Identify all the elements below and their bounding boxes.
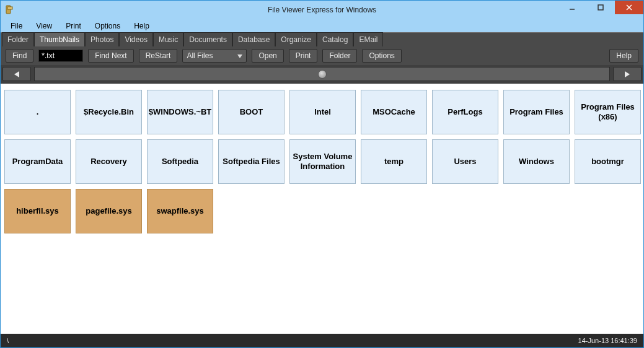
tab-email[interactable]: EMail	[353, 32, 383, 47]
folder-tile[interactable]: BOOT	[218, 90, 285, 134]
chevron-down-icon	[237, 51, 242, 60]
minimize-button[interactable]	[558, 1, 586, 14]
folder-tile[interactable]: Softpedia	[147, 139, 213, 184]
tab-documents[interactable]: Documents	[183, 32, 232, 47]
filter-selected-label: All Files	[187, 51, 213, 60]
titlebar: File Viewer Express for Windows	[1, 1, 643, 19]
folder-tile[interactable]: Windows	[503, 139, 570, 184]
folder-tile[interactable]: Users	[432, 139, 498, 184]
nav-next-button[interactable]	[613, 67, 642, 81]
tab-photos[interactable]: Photos	[85, 32, 119, 47]
menu-help[interactable]: Help	[128, 20, 156, 32]
folder-tile[interactable]: PerfLogs	[432, 90, 498, 134]
folder-tile[interactable]: $Recycle.Bin	[76, 90, 142, 134]
svg-rect-1	[7, 7, 12, 9]
tab-thumbnails[interactable]: ThumbNails	[34, 32, 85, 47]
find-next-button[interactable]: Find Next	[88, 49, 133, 63]
folder-button[interactable]: Folder	[322, 49, 357, 63]
tabbar: Folder ThumbNails Photos Videos Music Do…	[1, 33, 643, 46]
tab-database[interactable]: Database	[232, 32, 275, 47]
folder-tile[interactable]: Program Files	[503, 90, 570, 134]
window-title: File Viewer Express for Windows	[1, 6, 643, 14]
menu-print[interactable]: Print	[60, 20, 87, 32]
options-button[interactable]: Options	[362, 49, 401, 63]
svg-marker-6	[237, 54, 242, 58]
folder-tile[interactable]: bootmgr	[575, 139, 641, 184]
svg-rect-3	[598, 5, 603, 10]
folder-tile[interactable]: Recovery	[76, 139, 142, 184]
tab-music[interactable]: Music	[153, 32, 183, 47]
file-tile[interactable]: swapfile.sys	[147, 189, 213, 233]
tab-folder[interactable]: Folder	[2, 32, 34, 47]
folder-tile[interactable]: Program Files (x86)	[575, 90, 641, 134]
folder-tile[interactable]: ProgramData	[4, 139, 71, 184]
svg-marker-8	[625, 71, 630, 77]
status-path: \	[7, 337, 9, 344]
filter-select[interactable]: All Files	[182, 49, 247, 63]
open-button[interactable]: Open	[252, 49, 283, 63]
app-icon	[4, 5, 14, 15]
menu-options[interactable]: Options	[89, 20, 126, 32]
nav-slider-handle[interactable]	[318, 70, 327, 79]
folder-tile[interactable]: System Volume Information	[289, 139, 356, 184]
menubar: File View Print Options Help	[1, 19, 643, 33]
folder-tile[interactable]: Intel	[289, 90, 356, 134]
folder-tile[interactable]: .	[4, 90, 71, 134]
file-tile[interactable]: hiberfil.sys	[4, 189, 71, 233]
statusbar: \ 14-Jun-13 16:41:39	[1, 334, 643, 347]
find-button[interactable]: Find	[6, 49, 33, 63]
folder-tile[interactable]: temp	[361, 139, 427, 184]
svg-marker-7	[14, 71, 19, 77]
nav-row	[1, 65, 643, 84]
status-datetime: 14-Jun-13 16:41:39	[578, 337, 637, 344]
window-controls	[558, 1, 643, 14]
nav-slider-track[interactable]	[34, 67, 610, 81]
print-button[interactable]: Print	[289, 49, 318, 63]
tab-catalog[interactable]: Catalog	[317, 32, 353, 47]
folder-tile[interactable]: MSOCache	[361, 90, 427, 134]
tab-videos[interactable]: Videos	[119, 32, 152, 47]
close-button[interactable]	[615, 1, 643, 14]
folder-tile[interactable]: Softpedia Files	[218, 139, 285, 184]
tab-organize[interactable]: Organize	[275, 32, 317, 47]
thumbnail-grid: .$Recycle.Bin$WINDOWS.~BTBOOTIntelMSOCac…	[4, 90, 640, 233]
folder-tile[interactable]: $WINDOWS.~BT	[147, 90, 213, 134]
search-input[interactable]	[38, 50, 83, 62]
nav-prev-button[interactable]	[2, 67, 31, 81]
menu-view[interactable]: View	[30, 20, 58, 32]
menu-file[interactable]: File	[4, 20, 29, 32]
content-area: .$Recycle.Bin$WINDOWS.~BTBOOTIntelMSOCac…	[1, 84, 643, 334]
toolbar: Find Find Next ReStart All Files Open Pr…	[1, 46, 643, 65]
maximize-button[interactable]	[586, 1, 615, 14]
help-button[interactable]: Help	[609, 49, 638, 63]
file-tile[interactable]: pagefile.sys	[76, 189, 142, 233]
restart-button[interactable]: ReStart	[139, 49, 178, 63]
